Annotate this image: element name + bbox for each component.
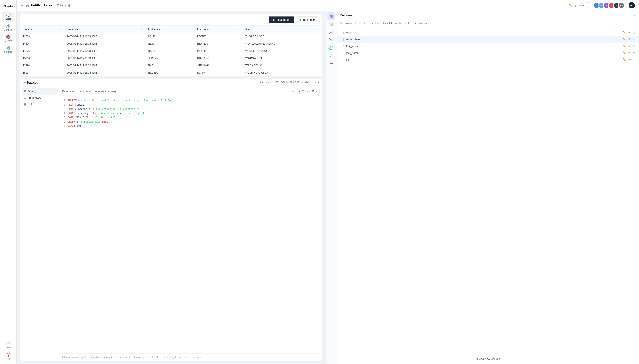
user-avatar[interactable]: HA bbox=[629, 2, 635, 8]
back-button[interactable]: ← bbox=[21, 4, 24, 7]
cell-last_name: LEONE bbox=[194, 33, 242, 40]
sidebar-item-docs[interactable]: 📄 Docs bbox=[2, 340, 15, 350]
avatars: H H M B J +3 bbox=[595, 2, 624, 8]
col-visibility-button[interactable]: 👁 bbox=[628, 58, 631, 62]
dataset-sidebar: 🗄 Query ⊟ Parameters ▦ Data bbox=[20, 86, 59, 361]
cell-title: WOMEN DORADO bbox=[242, 48, 322, 55]
plus-button[interactable]: + bbox=[586, 2, 592, 8]
cell-first_name: NAOMI bbox=[145, 62, 194, 69]
col-delete-button[interactable]: 🗑 bbox=[632, 30, 636, 34]
col-header-rental-id[interactable]: rental_id ⌄ bbox=[20, 26, 64, 33]
run-query-button[interactable]: ▶ Run query bbox=[296, 16, 319, 23]
col-edit-button[interactable]: ✏️ bbox=[622, 37, 626, 41]
sidebar-item-library[interactable]: 📚 Library bbox=[2, 34, 15, 44]
dataset-header: ≋ Dataset Last updated: 17/10/2024, 13:0… bbox=[20, 79, 322, 86]
cell-last_name: JENNINGS bbox=[194, 62, 242, 69]
run-icon: ▶ bbox=[300, 18, 302, 21]
line-number: 4 bbox=[62, 111, 65, 116]
col-header-title[interactable]: title ⌄ bbox=[242, 26, 322, 33]
chart-type-scatter[interactable]: ⬡ bbox=[327, 52, 335, 59]
col-visibility-button[interactable]: 👁 bbox=[628, 44, 631, 48]
chart-type-line[interactable]: 📈 bbox=[327, 28, 335, 36]
line-content: LIMIT 10; bbox=[68, 124, 81, 128]
table-row: 158942006-02-14T15:16:03.000ZREGINABERRY… bbox=[20, 69, 322, 76]
chart-type-area[interactable]: 📉 bbox=[327, 36, 335, 44]
sidebar-item-connect[interactable]: 🔗 Connect bbox=[2, 22, 15, 33]
col-name: rental_date bbox=[346, 38, 621, 41]
query-icon: 🗄 bbox=[24, 90, 27, 93]
enter-icon[interactable]: ↵ bbox=[292, 89, 294, 93]
connect-icon: 🔗 bbox=[6, 24, 11, 28]
code-area[interactable]: 1SELECT r.rental_id, r.rental_date, c.fi… bbox=[59, 96, 322, 354]
cell-last_name: BERRY bbox=[194, 69, 242, 76]
chart-type-funnel[interactable]: 🏔 bbox=[327, 60, 335, 67]
col-edit-button[interactable]: ✏️ bbox=[622, 58, 626, 62]
columns-panel: Columns ∧ Add columns to the table. Sele… bbox=[337, 11, 639, 364]
col-edit-button[interactable]: ✏️ bbox=[622, 51, 626, 55]
table-row: 159662006-02-14T15:16:03.000ZJEREMYHURTA… bbox=[20, 55, 322, 62]
chart-type-table[interactable]: ▦ bbox=[327, 12, 335, 20]
line-content: JOIN film f ON i.film_id = f.film_id bbox=[68, 116, 121, 120]
chart-type-bar[interactable]: 📊 bbox=[327, 20, 335, 28]
col-delete-button[interactable]: 🗑 bbox=[632, 37, 636, 41]
col-grid-icon: ⋮⋮ bbox=[340, 52, 345, 54]
col-header-last-name[interactable]: last_name ⌄ bbox=[194, 26, 242, 33]
chart-type-pie[interactable]: 🌐 bbox=[327, 44, 335, 52]
sort-icon-rental-date: ⌄ bbox=[140, 28, 142, 30]
sidebar-item-settings[interactable]: ⚙️ Settings bbox=[2, 44, 15, 55]
col-header-rental-date[interactable]: rental_date ⌄ bbox=[64, 26, 145, 33]
col-delete-button[interactable]: 🗑 bbox=[632, 58, 636, 62]
hide-dataset-button[interactable]: ⊗ Hide dataset bbox=[302, 81, 319, 84]
table-row: 134862006-02-14T15:16:03.000ZNAOMIJENNIN… bbox=[20, 62, 322, 69]
ds-menu-data[interactable]: ▦ Data bbox=[22, 101, 58, 108]
db-icon: 🗄 bbox=[298, 90, 301, 93]
col-edit-button[interactable]: ✏️ bbox=[622, 44, 626, 48]
upgrade-button[interactable]: ✏️ Upgrade bbox=[569, 4, 584, 7]
cell-rental_id: 13486 bbox=[20, 62, 64, 69]
cell-first_name: REGINA bbox=[145, 69, 194, 76]
table-row: 116762006-02-14T15:16:03.000ZNATALIEMEYE… bbox=[20, 48, 322, 55]
cell-rental_date: 2006-02-14T15:16:03.000Z bbox=[64, 33, 145, 40]
col-name: last_name bbox=[346, 52, 621, 54]
code-line: 1SELECT r.rental_id, r.rental_date, c.fi… bbox=[62, 99, 319, 103]
col-delete-button[interactable]: 🗑 bbox=[632, 51, 636, 55]
columns-list: ⋮⋮ rental_id ✏️ 👁 🗑 ⋮⋮ rental_date ✏️ 👁 … bbox=[337, 27, 639, 354]
ds-menu-query[interactable]: 🗄 Query bbox=[22, 88, 58, 94]
table-row: 117392006-02-14T15:16:03.000ZLOUISLEONEZ… bbox=[20, 33, 322, 40]
line-content: FROM rental r bbox=[68, 103, 87, 107]
dataset-title: ≋ Dataset bbox=[23, 81, 38, 84]
col-visibility-button[interactable]: 👁 bbox=[628, 51, 631, 55]
sidebar-bottom: 📄 Docs ❓ Help bbox=[0, 340, 17, 362]
add-column-button[interactable]: ⊞ Add New Column bbox=[340, 356, 636, 362]
sidebar-item-help[interactable]: ❓ Help bbox=[2, 351, 15, 362]
collapse-button[interactable]: ∧ bbox=[633, 14, 636, 17]
query-area: ↵ 🗄 Movies DB ⌄ 1SELECT r.rental_id, r.r… bbox=[59, 86, 322, 361]
sidebar-item-chat[interactable]: 💬 Chat bbox=[2, 12, 15, 22]
col-visibility-button[interactable]: 👁 bbox=[628, 30, 631, 34]
dataset-icon: ≋ bbox=[23, 81, 26, 84]
col-grid-icon: ⋮⋮ bbox=[340, 38, 345, 41]
col-header-first-name[interactable]: first_name ⌄ bbox=[145, 26, 194, 33]
save-report-button[interactable]: 🖫 Save report bbox=[269, 16, 294, 24]
column-item: ⋮⋮ rental_id ✏️ 👁 🗑 bbox=[337, 29, 639, 36]
top-header: ← ▦ Untitled Report [Data table] ✏️ Upgr… bbox=[17, 0, 639, 11]
header-right: ✏️ Upgrade + H H M B J +3 HA bbox=[569, 2, 635, 8]
cell-last_name: RENNER bbox=[194, 40, 242, 48]
col-delete-button[interactable]: 🗑 bbox=[632, 44, 636, 48]
header-left: ← ▦ Untitled Report [Data table] bbox=[21, 4, 71, 7]
cell-rental_id: 11739 bbox=[20, 33, 64, 40]
line-number: 7 bbox=[62, 124, 65, 128]
params-icon: ⊟ bbox=[24, 96, 26, 99]
query-prompt-input[interactable] bbox=[62, 90, 290, 93]
sort-icon-last-name: ⌄ bbox=[238, 28, 239, 30]
code-line: 3JOIN customer c ON r.customer_id = c.cu… bbox=[62, 107, 319, 111]
cell-title: WILD APOLLO bbox=[242, 62, 322, 69]
line-number: 6 bbox=[62, 120, 65, 124]
save-icon: 🖫 bbox=[272, 18, 275, 21]
data-icon: ▦ bbox=[24, 103, 26, 106]
columns-header: Columns ∧ bbox=[337, 11, 639, 19]
db-selector[interactable]: 🗄 Movies DB ⌄ bbox=[296, 88, 319, 94]
ds-menu-parameters[interactable]: ⊟ Parameters bbox=[22, 94, 58, 101]
col-edit-button[interactable]: ✏️ bbox=[622, 30, 626, 34]
col-visibility-button[interactable]: 👁 bbox=[628, 37, 631, 41]
